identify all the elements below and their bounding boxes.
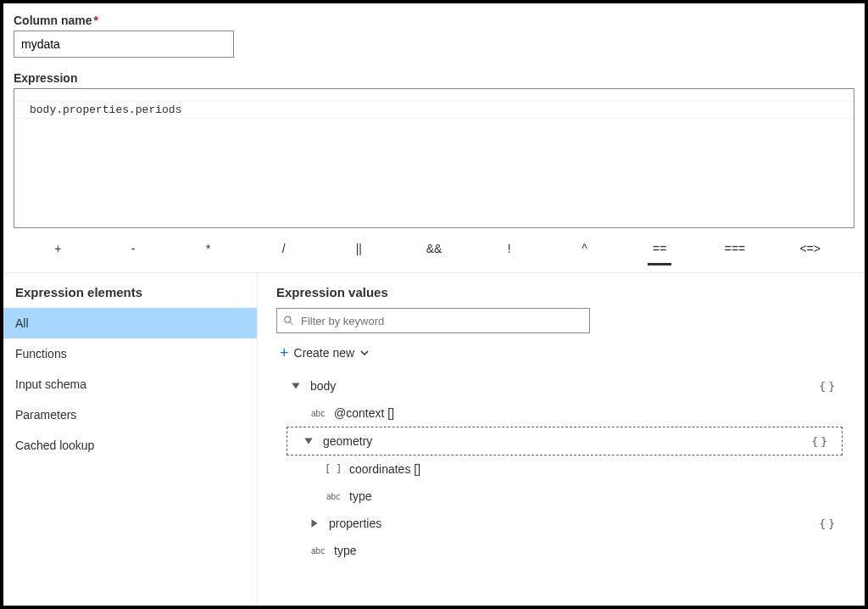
- expression-code-line[interactable]: body.properties.periods: [14, 101, 854, 119]
- required-asterisk: *: [94, 14, 98, 27]
- expression-label: Expression: [14, 71, 854, 85]
- element-input-schema[interactable]: Input schema: [3, 369, 257, 399]
- op-not[interactable]: !: [471, 237, 547, 260]
- values-title: Expression values: [276, 285, 849, 308]
- string-type-icon: abc: [324, 492, 342, 501]
- element-functions[interactable]: Functions: [3, 338, 257, 369]
- op-spaceship[interactable]: <=>: [772, 237, 848, 260]
- object-icon: {}: [819, 380, 837, 393]
- op-eq[interactable]: ==: [622, 237, 698, 260]
- svg-marker-4: [312, 519, 318, 527]
- op-or[interactable]: ||: [321, 237, 397, 260]
- tree-node-geometry[interactable]: geometry {}: [287, 427, 842, 455]
- column-name-label: Column name*: [14, 14, 854, 27]
- expression-values-pane: Expression values + Create new body {} a…: [258, 273, 865, 606]
- svg-line-1: [290, 322, 292, 325]
- expression-elements-pane: Expression elements All Functions Input …: [3, 273, 258, 606]
- chevron-down-icon: [359, 348, 370, 358]
- op-multiply[interactable]: *: [170, 237, 246, 260]
- op-and[interactable]: &&: [397, 237, 472, 260]
- operator-toolbar: + - * / || && ! ^ == === <=>: [14, 228, 854, 272]
- op-plus[interactable]: +: [20, 237, 96, 260]
- column-name-input[interactable]: [14, 31, 234, 58]
- elements-title: Expression elements: [3, 285, 257, 308]
- array-type-icon: [ ]: [324, 463, 342, 475]
- expression-editor[interactable]: body.properties.periods: [14, 88, 854, 228]
- element-cached-lookup[interactable]: Cached lookup: [3, 430, 257, 461]
- tree-node-body[interactable]: body {}: [285, 372, 849, 399]
- tree-node-geometry-type[interactable]: abc type: [285, 483, 849, 510]
- object-icon: {}: [811, 435, 830, 448]
- tree-node-context[interactable]: abc @context []: [285, 399, 849, 427]
- element-all[interactable]: All: [3, 308, 257, 338]
- op-strict-eq[interactable]: ===: [698, 237, 773, 260]
- tree-node-properties[interactable]: properties {}: [285, 510, 849, 537]
- filter-input[interactable]: [276, 308, 590, 333]
- tree-node-coordinates[interactable]: [ ] coordinates []: [285, 455, 849, 483]
- element-parameters[interactable]: Parameters: [3, 399, 257, 430]
- string-type-icon: abc: [309, 546, 327, 556]
- plus-icon: +: [280, 345, 289, 360]
- svg-marker-3: [304, 439, 312, 444]
- create-new-button[interactable]: + Create new: [280, 345, 849, 360]
- caret-down-icon: [303, 435, 314, 447]
- op-xor[interactable]: ^: [547, 237, 622, 260]
- values-tree: body {} abc @context [] geometry {} [ ]: [276, 372, 849, 564]
- svg-marker-2: [292, 383, 299, 389]
- tree-node-body-type[interactable]: abc type: [285, 537, 849, 564]
- string-type-icon: abc: [309, 409, 327, 418]
- op-divide[interactable]: /: [246, 237, 321, 260]
- object-icon: {}: [819, 517, 837, 530]
- caret-right-icon: [309, 517, 320, 529]
- op-minus[interactable]: -: [96, 237, 171, 260]
- search-icon: [283, 316, 294, 327]
- caret-down-icon: [290, 380, 302, 392]
- create-new-label: Create new: [294, 346, 355, 360]
- svg-point-0: [285, 316, 291, 322]
